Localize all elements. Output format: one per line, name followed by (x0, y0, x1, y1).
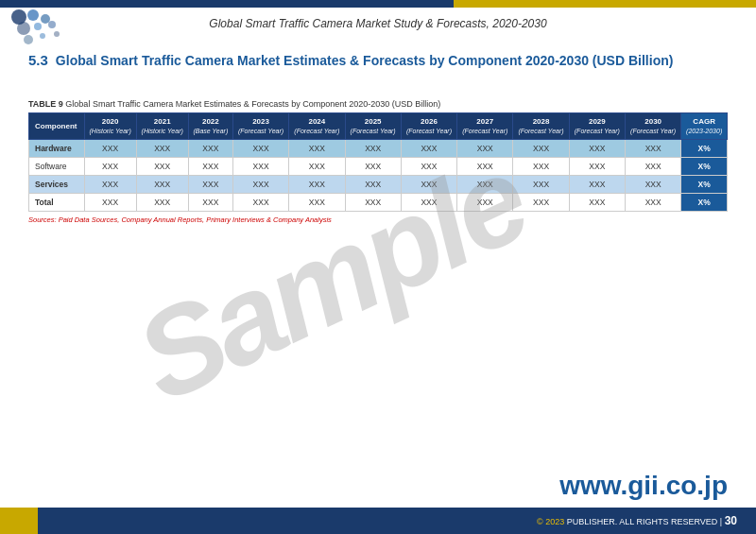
row-cell: XXX (84, 194, 136, 212)
row-cell: XXX (626, 176, 681, 194)
row-cell: XXX (84, 140, 136, 158)
row-cell: XXX (569, 158, 625, 176)
data-table: Component 2020(Historic Year) 2021(Histo… (28, 112, 728, 212)
col-2026: 2026(Forecast Year) (401, 113, 456, 140)
website-area: www.gii.co.jp (559, 471, 728, 501)
row-cell: XXX (457, 158, 513, 176)
table-body: HardwareXXXXXXXXXXXXXXXXXXXXXXXXXXXXXXXX… (29, 140, 728, 212)
copyright-text: © 2023 PUBLISHER. ALL RIGHTS RESERVED | … (537, 514, 737, 527)
row-cell: XXX (401, 158, 456, 176)
watermark: Sample (4, 9, 658, 534)
row-cell: XXX (401, 194, 456, 212)
sources-note: Sources: Paid Data Sources, Company Annu… (28, 215, 728, 224)
row-cell: XXX (289, 194, 345, 212)
col-2028: 2028(Forecast Year) (513, 113, 569, 140)
row-cell: XXX (626, 158, 681, 176)
row-cell: XXX (188, 194, 232, 212)
row-cell: XXX (569, 194, 625, 212)
row-cell: XXX (84, 176, 136, 194)
row-cell: XXX (345, 176, 401, 194)
row-cell: XXX (289, 140, 345, 158)
row-cell: XXX (289, 176, 345, 194)
row-cell: XXX (513, 158, 569, 176)
row-cell: XXX (232, 194, 288, 212)
section-heading: 5.3 Global Smart Traffic Camera Market E… (28, 52, 728, 69)
svg-point-7 (40, 33, 45, 39)
col-2023: 2023(Forecast Year) (232, 113, 288, 140)
bottom-bar-accent (0, 508, 38, 534)
table-row: TotalXXXXXXXXXXXXXXXXXXXXXXXXXXXXXXXXXX% (29, 194, 728, 212)
col-2029: 2029(Forecast Year) (569, 113, 625, 140)
page-title: Global Smart Traffic Camera Market Study… (0, 17, 756, 30)
row-label: Total (29, 194, 85, 212)
table-label: TABLE 9 Global Smart Traffic Camera Mark… (28, 99, 728, 109)
row-label: Services (29, 176, 85, 194)
row-cell: XXX (569, 176, 625, 194)
row-cell: XXX (84, 158, 136, 176)
row-cell: X% (681, 194, 728, 212)
svg-point-8 (54, 31, 60, 37)
row-cell: X% (681, 140, 728, 158)
section-number: 5.3 (28, 52, 48, 68)
row-cell: XXX (345, 158, 401, 176)
row-cell: XXX (457, 194, 513, 212)
table-header-row: Component 2020(Historic Year) 2021(Histo… (29, 113, 728, 140)
row-cell: XXX (457, 140, 513, 158)
row-cell: XXX (513, 140, 569, 158)
top-bar (0, 0, 756, 8)
row-cell: XXX (188, 158, 232, 176)
section-title: Global Smart Traffic Camera Market Estim… (56, 52, 674, 69)
row-cell: XXX (136, 158, 188, 176)
row-label: Hardware (29, 140, 85, 158)
table-row: HardwareXXXXXXXXXXXXXXXXXXXXXXXXXXXXXXXX… (29, 140, 728, 158)
row-cell: XXX (232, 176, 288, 194)
col-cagr: CAGR(2023-2030) (681, 113, 728, 140)
row-cell: X% (681, 176, 728, 194)
col-2025: 2025(Forecast Year) (345, 113, 401, 140)
row-cell: XXX (626, 140, 681, 158)
row-cell: XXX (345, 194, 401, 212)
row-cell: XXX (188, 140, 232, 158)
row-label: Software (29, 158, 85, 176)
svg-point-6 (24, 35, 33, 44)
bottom-bar: © 2023 PUBLISHER. ALL RIGHTS RESERVED | … (0, 508, 756, 534)
row-cell: XXX (188, 176, 232, 194)
col-2020: 2020(Historic Year) (84, 113, 136, 140)
website-url: www.gii.co.jp (559, 471, 728, 501)
col-2021: 2021(Historic Year) (136, 113, 188, 140)
table-row: ServicesXXXXXXXXXXXXXXXXXXXXXXXXXXXXXXXX… (29, 176, 728, 194)
row-cell: XXX (513, 194, 569, 212)
table-area: TABLE 9 Global Smart Traffic Camera Mark… (28, 99, 728, 224)
col-2024: 2024(Forecast Year) (289, 113, 345, 140)
row-cell: XXX (232, 158, 288, 176)
row-cell: XXX (136, 194, 188, 212)
row-cell: XXX (345, 140, 401, 158)
row-cell: XXX (569, 140, 625, 158)
row-cell: XXX (136, 140, 188, 158)
row-cell: XXX (626, 194, 681, 212)
row-cell: XXX (513, 176, 569, 194)
col-component: Component (29, 113, 85, 140)
corner-decoration (9, 8, 66, 55)
table-row: SoftwareXXXXXXXXXXXXXXXXXXXXXXXXXXXXXXXX… (29, 158, 728, 176)
row-cell: X% (681, 158, 728, 176)
row-cell: XXX (136, 176, 188, 194)
row-cell: XXX (401, 176, 456, 194)
row-cell: XXX (232, 140, 288, 158)
row-cell: XXX (457, 176, 513, 194)
col-2022: 2022(Base Year) (188, 113, 232, 140)
row-cell: XXX (401, 140, 456, 158)
row-cell: XXX (289, 158, 345, 176)
col-2027: 2027(Forecast Year) (457, 113, 513, 140)
col-2030: 2030(Forecast Year) (626, 113, 681, 140)
